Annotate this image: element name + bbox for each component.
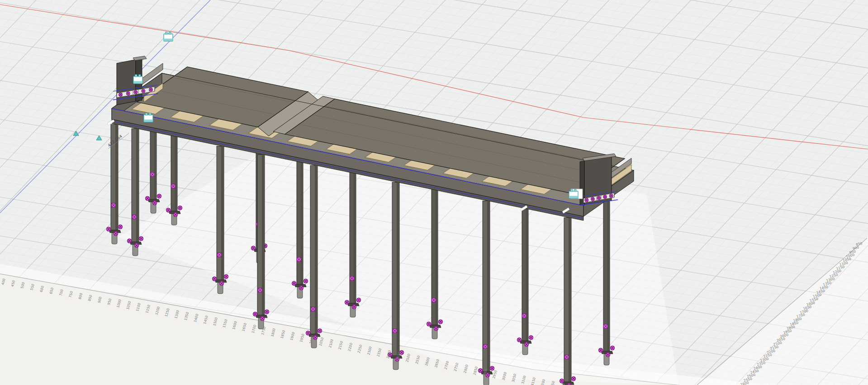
bolt-icon: [166, 208, 171, 212]
connection-icon: [432, 298, 436, 302]
bolt-icon: [119, 93, 123, 97]
bolt-icon: [439, 320, 443, 324]
bolt-icon: [157, 194, 161, 198]
connection-icon: [522, 314, 526, 318]
bolt-icon: [134, 90, 138, 94]
connection-icon: [258, 288, 262, 292]
bolt-icon: [153, 201, 157, 205]
connection-icon: [565, 355, 569, 359]
bolt-icon: [603, 195, 607, 199]
bolt-icon: [599, 348, 603, 352]
3d-model-view[interactable]: 472.164400450500550600650700750800850900…: [0, 0, 868, 385]
connection-icon: [604, 324, 608, 329]
bolt-icon: [560, 379, 564, 383]
bolt-icon: [265, 310, 269, 314]
bolt-icon: [318, 329, 322, 333]
column[interactable]: [217, 146, 224, 281]
connection-icon: [151, 173, 155, 177]
connection-icon: [112, 203, 116, 207]
bolt-icon: [434, 327, 438, 331]
bolt-icon: [220, 282, 224, 286]
bolt-icon: [253, 312, 257, 316]
connection-icon: [350, 277, 354, 281]
bolt-icon: [517, 338, 522, 342]
cad-viewport[interactable]: 472.164400450500550600650700750800850900…: [0, 0, 868, 385]
bolt-icon: [126, 92, 130, 95]
connection-icon: [393, 329, 397, 333]
bolt-icon: [572, 377, 576, 381]
bolt-icon: [251, 246, 256, 250]
connection-icon: [133, 215, 137, 219]
bolt-icon: [178, 206, 182, 210]
bolt-icon: [427, 322, 431, 326]
bolt-icon: [142, 89, 145, 93]
bolt-icon: [213, 277, 217, 281]
bolt-icon: [128, 239, 132, 243]
bolt-icon: [591, 197, 595, 201]
bolt-icon: [261, 317, 265, 321]
bolt-icon: [609, 194, 613, 197]
bolt-icon: [597, 196, 601, 200]
bolt-icon: [611, 346, 615, 350]
bolt-icon: [479, 369, 483, 373]
bolt-icon: [146, 197, 150, 201]
bolt-icon: [345, 300, 349, 305]
bolt-icon: [139, 237, 143, 241]
connection-icon: [171, 184, 175, 188]
connection-icon: [218, 253, 222, 257]
bolt-icon: [135, 244, 139, 248]
bolt-icon: [119, 225, 123, 229]
bolt-icon: [352, 305, 356, 309]
bolt-icon: [107, 227, 111, 231]
bolt-icon: [585, 198, 588, 202]
bolt-icon: [224, 275, 228, 279]
bolt-icon: [304, 279, 308, 283]
bolt-icon: [525, 343, 529, 347]
connection-icon: [484, 345, 488, 349]
bolt-icon: [357, 298, 361, 302]
bolt-icon: [306, 331, 310, 335]
connection-icon: [311, 307, 315, 311]
bolt-icon: [149, 88, 153, 92]
bolt-icon: [292, 282, 296, 286]
bolt-icon: [299, 286, 304, 290]
column[interactable]: [132, 129, 139, 243]
bolt-icon: [114, 232, 118, 236]
bolt-icon: [174, 213, 178, 217]
bolt-icon: [529, 336, 533, 340]
connection-icon: [297, 258, 301, 262]
bolt-icon: [606, 353, 610, 357]
